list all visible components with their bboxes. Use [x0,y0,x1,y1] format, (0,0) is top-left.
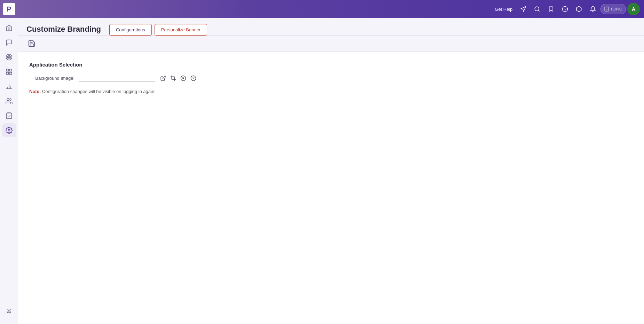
svg-rect-12 [6,69,8,71]
svg-line-4 [565,9,566,10]
section-title: Application Selection [29,62,633,68]
svg-line-24 [163,76,165,79]
get-help-button[interactable]: Get Help [492,5,515,14]
svg-point-22 [8,130,10,131]
tabs-row: Configurations Personalize Banner [109,24,210,35]
sidebar-item-chart[interactable] [2,79,16,93]
navbar-left: P [0,3,15,15]
sidebar [0,18,18,324]
save-button[interactable] [26,38,37,49]
external-link-icon-button[interactable] [159,75,167,82]
svg-point-20 [7,99,9,101]
note-content: Configuration changes will be visible on… [42,89,156,94]
bookmark-icon-button[interactable] [545,3,557,15]
svg-rect-13 [9,69,11,71]
sidebar-item-feedback[interactable] [2,36,16,49]
sidebar-item-pin[interactable] [2,304,16,318]
background-image-row: Background Image: [29,75,633,82]
topic-chip-button[interactable]: TOPIC [600,4,626,14]
svg-point-10 [7,55,11,59]
page-header: Customize Branding Configurations Person… [18,18,644,36]
bell-icon-button[interactable] [587,3,599,15]
tab-configurations[interactable]: Configurations [109,24,152,36]
app-logo: P [3,3,15,15]
compass-icon-button[interactable] [559,3,571,15]
navbar: P Get Help TOPIC A [0,0,644,18]
content-area: Customize Branding Configurations Person… [18,18,644,324]
svg-rect-15 [6,72,8,75]
tab-personalize-banner[interactable]: Personalize Banner [155,24,207,36]
megaphone-icon-button[interactable] [517,3,529,15]
sidebar-item-bag[interactable] [2,109,16,123]
user-avatar-button[interactable]: A [627,3,640,15]
form-icons [159,75,197,82]
main-content: Application Selection Background Image: [18,52,644,324]
background-image-label: Background Image: [29,76,74,81]
page-title: Customize Branding [26,25,101,34]
svg-point-0 [535,7,539,11]
navbar-right: Get Help TOPIC A [492,3,640,15]
page-title-row: Customize Branding Configurations Person… [26,23,636,35]
topic-chip-label: TOPIC [611,7,622,11]
sidebar-item-users[interactable] [2,94,16,108]
sidebar-item-home[interactable] [2,21,16,35]
search-icon-button[interactable] [531,3,543,15]
main-layout: Customize Branding Configurations Person… [0,18,644,324]
help-icon-button[interactable] [190,75,197,82]
note-text: Note: Configuration changes will be visi… [29,89,633,94]
sidebar-item-grid[interactable] [2,65,16,79]
toolbar [18,36,644,52]
sidebar-item-settings[interactable] [2,123,16,137]
sidebar-bottom [0,302,19,321]
note-label: Note: [29,89,41,94]
cube-icon-button[interactable] [573,3,585,15]
crop-icon-button[interactable] [170,75,177,82]
svg-rect-14 [9,72,11,75]
clear-icon-button[interactable] [180,75,187,82]
svg-line-1 [538,10,539,11]
svg-point-11 [8,56,9,57]
background-image-input[interactable] [79,75,155,82]
sidebar-item-target[interactable] [2,50,16,64]
